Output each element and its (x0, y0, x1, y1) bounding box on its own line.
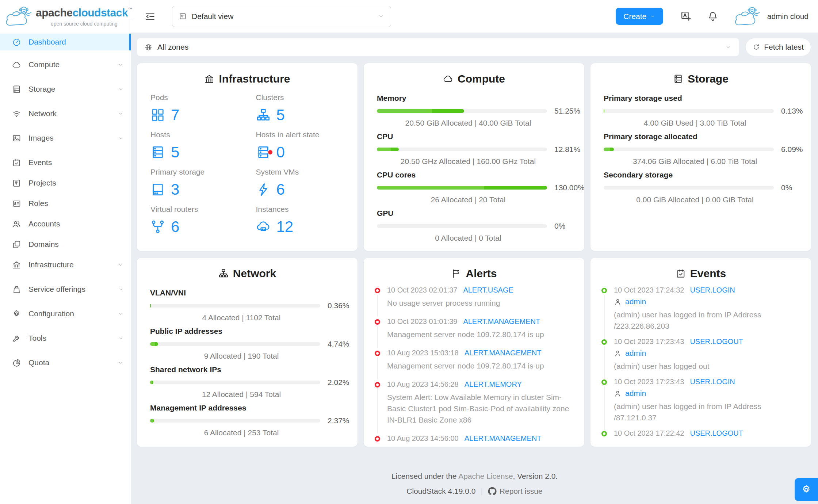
progress-row-vlan: VLAN/VNI 0.36% 4 Allocated | 1102 Total (150, 289, 344, 322)
server-icon (150, 145, 165, 160)
brand-text: apachecloudstack™ open source cloud comp… (36, 7, 133, 27)
compute-card-title: Compute (364, 63, 584, 85)
stat-virtual-routers[interactable]: Virtual routers 6 (150, 205, 245, 236)
storage-card: Storage Primary storage used 0.13% 4.00 … (590, 63, 811, 251)
footer-divider: | (481, 487, 482, 496)
alerts-card-title: Alerts (364, 258, 584, 280)
zone-selector[interactable]: All zones (137, 38, 739, 56)
cluster-icon (256, 108, 271, 122)
sidebar-item-quota[interactable]: Quota (0, 354, 131, 371)
calendar-check-icon (676, 268, 686, 279)
network-card: Network VLAN/VNI 0.36% 4 Allocated | 110… (137, 258, 358, 447)
sidebar-item-roles[interactable]: Roles (0, 195, 131, 212)
sidebar-item-infrastructure[interactable]: Infrastructure (0, 256, 131, 273)
infrastructure-stats: Pods 7 Clusters 5 Hosts 5 Hosts in alert… (137, 85, 358, 242)
sidebar-item-tools[interactable]: Tools (0, 330, 131, 347)
sidebar-item-configuration[interactable]: Configuration (0, 305, 131, 322)
event-user-link[interactable]: admin (625, 389, 646, 398)
sidebar-item-accounts[interactable]: Accounts (0, 215, 131, 232)
stat-instances[interactable]: Instances 12 (256, 205, 351, 236)
chevron-down-icon (725, 44, 731, 50)
brand-tagline: open source cloud computing (36, 20, 133, 27)
timeline-dot (601, 288, 607, 293)
alert-type-link[interactable]: ALERT.MANAGEMENT (463, 317, 540, 326)
event-type-link[interactable]: USER.LOGIN (690, 378, 735, 386)
event-type-link[interactable]: USER.LOGIN (690, 286, 735, 294)
timeline-dot (375, 436, 380, 442)
picture-icon (12, 134, 21, 143)
alert-dot (267, 149, 273, 155)
event-user-link[interactable]: admin (625, 349, 646, 358)
apache-license-link[interactable]: Apache License (458, 472, 513, 480)
view-selector-value: Default view (192, 12, 378, 21)
event-type-link[interactable]: USER.LOGOUT (690, 429, 743, 438)
fetch-latest-button[interactable]: Fetch latest (745, 38, 811, 56)
translate-icon[interactable] (680, 10, 692, 22)
alerts-card: Alerts 10 Oct 2023 02:01:37ALERT.USAGE N… (364, 258, 584, 447)
sidebar: apachecloudstack™ open source cloud comp… (0, 0, 131, 504)
team-icon (12, 219, 21, 229)
chevron-down-icon (118, 287, 123, 292)
stat-hosts-alert[interactable]: Hosts in alert state 0 (256, 130, 351, 162)
sidebar-item-label: Accounts (28, 219, 123, 228)
sidebar-item-label: Infrastructure (28, 260, 118, 269)
sidebar-item-dashboard[interactable]: Dashboard (0, 34, 131, 50)
pie-chart-icon (12, 358, 21, 367)
sidebar-item-network[interactable]: Network (0, 105, 131, 122)
chevron-down-icon (118, 111, 123, 117)
sidebar-item-label: Tools (28, 334, 118, 343)
sidebar-item-compute[interactable]: Compute (0, 56, 131, 73)
events-card: Events 10 Oct 2023 17:24:32USER.LOGIN ad… (590, 258, 811, 447)
alert-type-link[interactable]: ALERT.MANAGEMENT (465, 434, 542, 443)
create-button[interactable]: Create (616, 8, 663, 25)
chevron-down-icon (118, 311, 123, 317)
view-selector[interactable]: Default view (172, 6, 391, 27)
event-user-link[interactable]: admin (625, 297, 646, 306)
progress-bar (377, 109, 547, 113)
sidebar-item-label: Configuration (28, 309, 118, 318)
sidebar-item-images[interactable]: Images (0, 130, 131, 146)
chevron-down-icon (118, 360, 123, 366)
sidebar-item-storage[interactable]: Storage (0, 81, 131, 98)
alert-type-link[interactable]: ALERT.MANAGEMENT (465, 349, 542, 357)
project-view-icon (179, 12, 187, 20)
event-type-link[interactable]: USER.LOGOUT (690, 337, 743, 346)
report-issue-link[interactable]: Report issue (500, 487, 543, 496)
alert-item: 10 Aug 2023 15:03:18ALERT.MANAGEMENT Man… (375, 349, 573, 371)
event-item: 10 Oct 2023 17:23:43USER.LOGIN admin (ad… (601, 378, 800, 423)
storage-card-title: Storage (590, 63, 811, 85)
timeline-dot (375, 319, 380, 325)
avatar[interactable] (732, 5, 764, 28)
network-card-title: Network (137, 258, 358, 280)
chevron-down-icon (118, 262, 123, 268)
progress-row-memory: Memory 51.25% 20.50 GiB Allocated | 40.0… (377, 94, 571, 127)
wrench-icon (12, 334, 21, 343)
stat-clusters[interactable]: Clusters 5 (256, 93, 351, 125)
app-logo[interactable]: apachecloudstack™ open source cloud comp… (0, 0, 131, 33)
sidebar-item-label: Roles (28, 199, 123, 208)
stat-system-vms[interactable]: System VMs 6 (256, 168, 351, 199)
zone-bar: All zones Fetch latest (137, 38, 811, 56)
sidebar-item-label: Domains (28, 240, 123, 249)
zone-selector-value: All zones (157, 43, 725, 51)
progress-row-public-ip: Public IP addresses 4.74% 9 Allocated | … (150, 327, 344, 360)
alert-type-link[interactable]: ALERT.USAGE (463, 286, 513, 294)
sidebar-item-projects[interactable]: Projects (0, 175, 131, 191)
sidebar-item-label: Projects (28, 179, 123, 187)
stat-hosts[interactable]: Hosts 5 (150, 130, 245, 162)
stat-primary-storage[interactable]: Primary storage 3 (150, 168, 245, 199)
sidebar-item-label: Compute (28, 60, 118, 69)
progress-bar (377, 148, 547, 151)
sidebar-item-events[interactable]: Events (0, 154, 131, 171)
stat-pods[interactable]: Pods 7 (150, 93, 245, 125)
globe-icon (145, 43, 152, 51)
menu-fold-icon[interactable] (144, 11, 156, 22)
sidebar-item-service-offerings[interactable]: Service offerings (0, 281, 131, 298)
user-name[interactable]: admin cloud (767, 12, 809, 21)
alert-type-link[interactable]: ALERT.MEMORY (465, 380, 522, 389)
shopping-bag-icon (12, 285, 21, 294)
sidebar-item-domains[interactable]: Domains (0, 236, 131, 253)
alert-item: 10 Oct 2023 01:01:39ALERT.MANAGEMENT Man… (375, 317, 573, 340)
notifications-bell-icon[interactable] (707, 11, 718, 22)
settings-fab-button[interactable] (795, 478, 818, 501)
